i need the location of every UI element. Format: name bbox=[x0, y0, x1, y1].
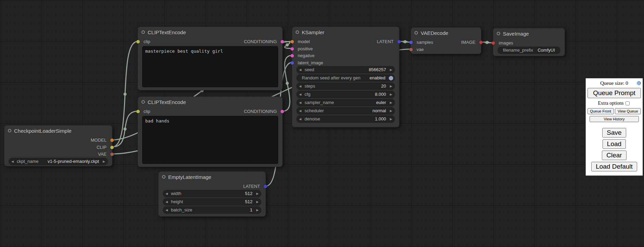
decrement-arrow-icon[interactable]: ◀ bbox=[299, 66, 301, 74]
extra-options-row: Extra options bbox=[587, 100, 641, 106]
decrement-arrow-icon[interactable]: ◀ bbox=[299, 99, 301, 106]
widget-seed[interactable]: ◀▶seed8566257 bbox=[296, 66, 395, 74]
collapse-toggle[interactable] bbox=[497, 32, 500, 35]
queue-prompt-button[interactable]: Queue Prompt bbox=[587, 88, 641, 98]
widget-random-seed-after-every-gen[interactable]: Random seed after every genenabled bbox=[296, 74, 395, 82]
input-slot-images[interactable] bbox=[492, 41, 495, 45]
load-button[interactable]: Load bbox=[603, 139, 626, 149]
widget-ckpt_name[interactable]: ◀▶ckpt_namev1-5-pruned-emaonly.ckpt bbox=[9, 158, 108, 165]
output-slot-IMAGE[interactable] bbox=[479, 41, 483, 44]
node-title-text: CLIPTextEncode bbox=[148, 99, 186, 105]
node-empty-latent-image[interactable]: EmptyLatentImageLATENT◀▶width512◀▶height… bbox=[158, 171, 266, 217]
widget-value: euler bbox=[376, 99, 386, 106]
output-slot-label: LATENT bbox=[377, 39, 394, 45]
collapse-toggle[interactable] bbox=[141, 100, 145, 104]
input-slot-label: images bbox=[499, 40, 513, 46]
output-slot-CONDITIONING[interactable] bbox=[281, 40, 284, 43]
node-title-text: KSampler bbox=[302, 29, 324, 35]
node-graph-canvas[interactable]: Queue size: 0 Queue Prompt Extra options… bbox=[0, 0, 644, 247]
widget-denoise[interactable]: ◀▶denoise1.000 bbox=[296, 115, 395, 123]
queue-front-button[interactable]: Queue Front bbox=[587, 108, 614, 114]
input-slot-vae[interactable] bbox=[409, 48, 413, 51]
clear-button[interactable]: Clear bbox=[602, 151, 626, 160]
input-slot-positive[interactable] bbox=[290, 47, 294, 51]
collapse-toggle[interactable] bbox=[414, 31, 418, 35]
widget-width[interactable]: ◀▶width512 bbox=[163, 190, 261, 197]
decrement-arrow-icon[interactable]: ◀ bbox=[299, 107, 301, 115]
input-slot-clip[interactable] bbox=[136, 110, 140, 113]
collapse-toggle[interactable] bbox=[296, 30, 299, 34]
widget-steps[interactable]: ◀▶steps20 bbox=[296, 82, 395, 90]
link-midpoint-dot bbox=[286, 82, 289, 85]
increment-arrow-icon[interactable]: ▶ bbox=[390, 115, 392, 123]
input-slot-negative[interactable] bbox=[290, 54, 294, 57]
view-history-button[interactable]: View History bbox=[590, 116, 639, 122]
comfy-menu-panel: Queue size: 0 Queue Prompt Extra options… bbox=[585, 78, 643, 176]
input-slot-clip[interactable] bbox=[136, 40, 140, 43]
widget-value: 512 bbox=[245, 190, 252, 197]
increment-arrow-icon[interactable]: ▶ bbox=[103, 158, 105, 165]
node-clip-text-encode-negative[interactable]: CLIPTextEncodeclipCONDITIONING bbox=[138, 96, 283, 167]
increment-arrow-icon[interactable]: ▶ bbox=[390, 107, 392, 115]
input-slot-samples[interactable] bbox=[409, 41, 413, 44]
node-title-text: CheckpointLoaderSimple bbox=[14, 128, 72, 134]
toggle-indicator[interactable] bbox=[389, 76, 393, 80]
widget-label: Random seed after every gen bbox=[302, 74, 360, 82]
increment-arrow-icon[interactable]: ▶ bbox=[256, 198, 259, 206]
input-slot-latent_image[interactable] bbox=[290, 61, 294, 65]
widget-label: denoise bbox=[305, 115, 320, 123]
increment-arrow-icon[interactable]: ▶ bbox=[390, 82, 392, 90]
decrement-arrow-icon[interactable]: ◀ bbox=[165, 206, 168, 214]
widget-label: sampler_name bbox=[305, 99, 334, 106]
node-ksampler[interactable]: KSamplermodelpositivenegativelatent_imag… bbox=[292, 27, 399, 127]
output-slot-LATENT[interactable] bbox=[397, 40, 401, 43]
widget-value: 20 bbox=[381, 82, 386, 90]
settings-gear-icon[interactable] bbox=[636, 81, 641, 86]
increment-arrow-icon[interactable]: ▶ bbox=[390, 66, 392, 74]
collapse-toggle[interactable] bbox=[162, 175, 165, 179]
increment-arrow-icon[interactable]: ▶ bbox=[390, 99, 392, 106]
view-queue-button[interactable]: View Queue bbox=[615, 108, 641, 114]
input-slot-label: vae bbox=[417, 47, 424, 53]
widget-sampler_name[interactable]: ◀▶sampler_nameeuler bbox=[296, 99, 395, 106]
decrement-arrow-icon[interactable]: ◀ bbox=[165, 198, 168, 206]
node-save-image[interactable]: SaveImageimagesfilename_prefixComfyUI bbox=[493, 28, 565, 56]
load-default-button[interactable]: Load Default bbox=[591, 162, 637, 171]
widget-batch_size[interactable]: ◀▶batch_size1 bbox=[163, 206, 261, 214]
node-clip-text-encode-positive[interactable]: CLIPTextEncodeclipCONDITIONING bbox=[138, 27, 283, 90]
increment-arrow-icon[interactable]: ▶ bbox=[390, 91, 392, 98]
increment-arrow-icon[interactable]: ▶ bbox=[256, 206, 259, 214]
widget-height[interactable]: ◀▶height512 bbox=[163, 198, 261, 206]
decrement-arrow-icon[interactable]: ◀ bbox=[299, 91, 301, 98]
input-slot-model[interactable] bbox=[290, 40, 294, 43]
output-slot-MODEL[interactable] bbox=[110, 139, 114, 142]
decrement-arrow-icon[interactable]: ◀ bbox=[299, 115, 301, 123]
node-checkpoint-loader-simple[interactable]: CheckpointLoaderSimpleMODELCLIPVAE◀▶ckpt… bbox=[4, 125, 112, 166]
link-midpoint-dot bbox=[486, 41, 489, 44]
increment-arrow-icon[interactable]: ▶ bbox=[256, 190, 259, 197]
input-slot-label: clip bbox=[144, 108, 150, 115]
collapse-toggle[interactable] bbox=[141, 30, 145, 34]
prompt-textarea[interactable] bbox=[142, 46, 278, 87]
link-midpoint-dot bbox=[124, 93, 127, 96]
output-slot-CLIP[interactable] bbox=[110, 146, 114, 149]
widget-label: height bbox=[171, 198, 183, 206]
decrement-arrow-icon[interactable]: ◀ bbox=[299, 82, 301, 90]
widget-filename_prefix[interactable]: filename_prefixComfyUI bbox=[497, 47, 560, 54]
widget-cfg[interactable]: ◀▶cfg8.000 bbox=[296, 91, 395, 98]
output-slot-CONDITIONING[interactable] bbox=[281, 110, 284, 113]
widget-label: scheduler bbox=[305, 107, 324, 115]
output-slot-LATENT[interactable] bbox=[264, 185, 267, 188]
queue-size-row: Queue size: 0 bbox=[587, 80, 641, 86]
node-vae-decode[interactable]: VAEDecodesamplesvaeIMAGE bbox=[411, 27, 481, 54]
widget-scheduler[interactable]: ◀▶schedulernormal bbox=[296, 107, 395, 115]
output-slot-label: IMAGE bbox=[461, 39, 475, 46]
decrement-arrow-icon[interactable]: ◀ bbox=[11, 158, 14, 165]
input-slot-label: negative bbox=[298, 53, 314, 59]
decrement-arrow-icon[interactable]: ◀ bbox=[165, 190, 168, 197]
extra-options-checkbox[interactable] bbox=[626, 101, 630, 105]
collapse-toggle[interactable] bbox=[8, 129, 11, 132]
prompt-textarea[interactable] bbox=[142, 116, 278, 164]
save-button[interactable]: Save bbox=[602, 128, 626, 138]
output-slot-VAE[interactable] bbox=[110, 153, 114, 156]
